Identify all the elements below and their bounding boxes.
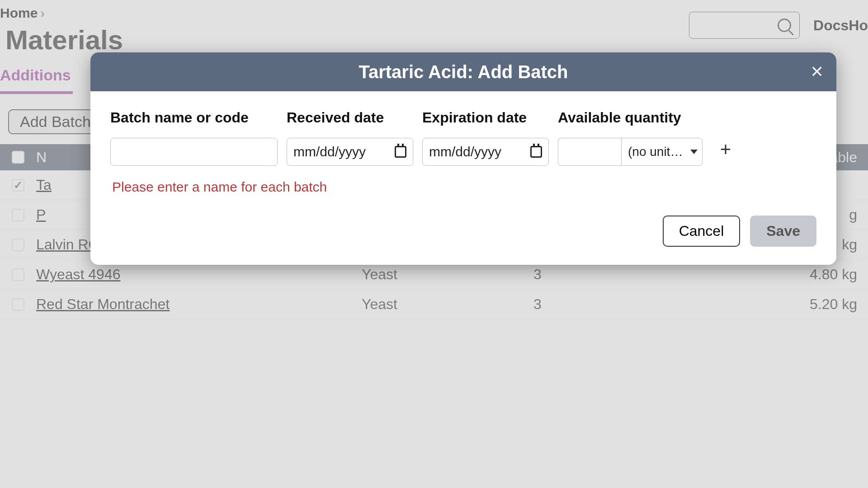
quantity-input[interactable] bbox=[558, 138, 621, 166]
chevron-down-icon bbox=[690, 150, 698, 154]
label-expiration-date: Expiration date bbox=[422, 109, 549, 126]
modal-title: Tartaric Acid: Add Batch bbox=[359, 62, 568, 82]
validation-error: Please enter a name for each batch bbox=[112, 179, 816, 195]
unit-select[interactable]: (no unit… bbox=[621, 138, 703, 166]
label-batch-name: Batch name or code bbox=[110, 109, 278, 126]
label-available-quantity: Available quantity bbox=[558, 109, 703, 126]
calendar-icon bbox=[530, 146, 542, 158]
close-icon[interactable]: ✕ bbox=[810, 62, 824, 81]
add-row-button[interactable]: + bbox=[712, 136, 740, 164]
unit-select-value: (no unit… bbox=[628, 145, 683, 159]
label-received-date: Received date bbox=[287, 109, 413, 126]
expiration-date-input[interactable]: mm/dd/yyyy bbox=[422, 138, 549, 166]
cancel-button[interactable]: Cancel bbox=[663, 216, 741, 247]
add-batch-modal: Tartaric Acid: Add Batch ✕ Batch name or… bbox=[90, 52, 836, 265]
received-date-input[interactable]: mm/dd/yyyy bbox=[287, 138, 413, 166]
batch-name-input[interactable] bbox=[110, 138, 278, 166]
received-date-placeholder: mm/dd/yyyy bbox=[293, 144, 366, 160]
calendar-icon bbox=[395, 146, 406, 158]
modal-header: Tartaric Acid: Add Batch ✕ bbox=[90, 52, 836, 91]
expiration-date-placeholder: mm/dd/yyyy bbox=[429, 144, 501, 160]
save-button[interactable]: Save bbox=[750, 216, 816, 247]
